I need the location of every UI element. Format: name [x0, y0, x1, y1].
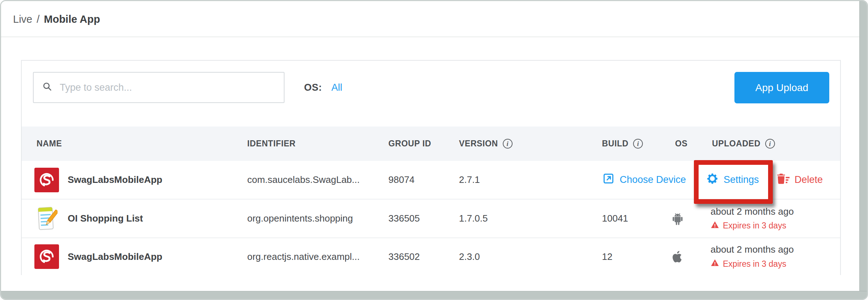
- choose-device-button[interactable]: Choose Device: [602, 161, 686, 199]
- search-input[interactable]: [60, 73, 276, 102]
- app-build: 10041: [602, 200, 628, 237]
- page-header: Live / Mobile App: [1, 1, 859, 37]
- app-version: 2.3.0: [459, 238, 480, 275]
- app-version: 1.7.0.5: [459, 200, 488, 237]
- app-icon-swaglabs: [34, 161, 60, 199]
- uploaded-time: about 2 months ago: [711, 206, 794, 217]
- uploaded-info-icon[interactable]: [765, 139, 775, 149]
- expires-warning: Expires in 3 days: [711, 220, 786, 231]
- os-filter: OS: All: [304, 72, 342, 103]
- uploaded-cell: about 2 months ago Expires in 3 days: [711, 238, 794, 275]
- expires-warning: Expires in 3 days: [711, 258, 786, 269]
- app-version: 2.7.1: [459, 161, 480, 199]
- column-header-version: VERSION: [459, 127, 513, 161]
- app-window: Live / Mobile App OS: All App Upload NAM…: [0, 0, 868, 300]
- app-upload-button[interactable]: App Upload: [734, 72, 829, 103]
- app-group-id: 98074: [388, 161, 414, 199]
- app-icon-shopping-list: [34, 200, 60, 237]
- column-header-group-id: GROUP ID: [388, 127, 431, 161]
- android-os-icon: [663, 200, 692, 237]
- column-header-identifier: IDENTIFIER: [247, 127, 296, 161]
- uploaded-cell: about 2 months ago Expires in 3 days: [711, 200, 794, 237]
- trash-icon: [775, 172, 790, 188]
- apple-os-icon: [663, 238, 692, 275]
- os-filter-all-link[interactable]: All: [332, 82, 342, 93]
- app-identifier: org.openintents.shopping: [247, 200, 353, 237]
- delete-button[interactable]: Delete: [775, 161, 823, 199]
- warning-triangle-icon: [711, 258, 719, 269]
- app-build: 12: [602, 238, 612, 275]
- warning-triangle-icon: [711, 220, 719, 231]
- version-info-icon[interactable]: [503, 139, 513, 149]
- table-row-swaglabs-2[interactable]: SwagLabsMobileApp org.reactjs.native.exa…: [22, 238, 840, 275]
- apps-panel: OS: All App Upload NAME IDENTIFIER GROUP…: [21, 60, 841, 275]
- horizontal-scrollbar[interactable]: [1, 291, 867, 299]
- os-filter-label: OS:: [304, 82, 322, 93]
- app-group-id: 336505: [388, 200, 420, 237]
- app-identifier: org.reactjs.native.exampl...: [247, 238, 360, 275]
- search-box[interactable]: [33, 72, 285, 103]
- build-info-icon[interactable]: [633, 139, 643, 149]
- settings-button[interactable]: Settings: [706, 161, 759, 199]
- breadcrumb-section-live[interactable]: Live: [13, 13, 32, 25]
- search-icon: [42, 81, 53, 94]
- column-header-name: NAME: [37, 127, 62, 161]
- breadcrumb: Live / Mobile App: [13, 1, 100, 37]
- uploaded-time: about 2 months ago: [711, 244, 794, 255]
- open-in-new-icon: [602, 172, 615, 188]
- table-header-row: NAME IDENTIFIER GROUP ID VERSION BUILD O…: [22, 127, 840, 161]
- breadcrumb-current-page: Mobile App: [44, 13, 100, 25]
- column-header-build: BUILD: [602, 127, 643, 161]
- app-identifier: com.saucelabs.SwagLab...: [247, 161, 360, 199]
- app-icon-swaglabs: [34, 238, 60, 275]
- table-row-swaglabs-1[interactable]: SwagLabsMobileApp com.saucelabs.SwagLab.…: [22, 161, 840, 200]
- gear-icon: [706, 172, 719, 188]
- breadcrumb-separator: /: [37, 13, 39, 25]
- app-group-id: 336502: [388, 238, 420, 275]
- column-header-os: OS: [675, 127, 687, 161]
- column-header-uploaded: UPLOADED: [712, 127, 775, 161]
- app-name: SwagLabsMobileApp: [68, 238, 162, 275]
- app-name: SwagLabsMobileApp: [68, 161, 162, 199]
- app-name: OI Shopping List: [68, 200, 143, 237]
- vertical-scrollbar[interactable]: [859, 1, 867, 299]
- table-row-oi-shopping-list[interactable]: OI Shopping List org.openintents.shoppin…: [22, 200, 840, 238]
